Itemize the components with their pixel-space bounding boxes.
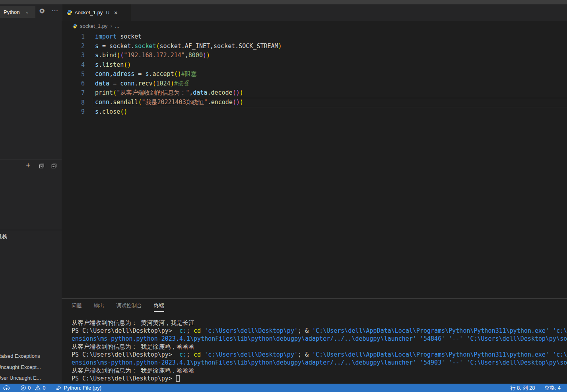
code-token: . — [99, 52, 102, 59]
code-token: ) — [206, 52, 210, 59]
code-line[interactable]: 4s.listen() — [62, 60, 567, 70]
code-line[interactable]: 2s = socket.socket(socket.AF_INET,socket… — [62, 41, 567, 51]
code-token: #接受 — [174, 80, 190, 87]
terminal-text: 'C:\Users\dell\AppData\Local\Programs\Py… — [312, 351, 549, 358]
code-token: "192.168.172.214" — [124, 52, 185, 59]
terminal-line: 从客户端收到的信息为： 我是徐鹿鸣，哈哈哈 — [72, 367, 567, 375]
terminal-output[interactable]: 从客户端收到的信息为： 黄河黄河，我是长江PS C:\Users\dell\De… — [62, 319, 567, 384]
code-token: = socket. — [99, 43, 134, 50]
watch-section-toolbar: + — [0, 161, 62, 171]
terminal-text — [201, 351, 204, 358]
indentation-indicator[interactable]: 空格: 4 — [545, 384, 561, 392]
breakpoint-item[interactable]: User Uncaught E... — [0, 373, 62, 384]
terminal-text: PS C:\Users\dell\Desktop\py> — [72, 351, 179, 358]
bottom-panel: 问题输出调试控制台终端 从客户端收到的信息为： 黄河黄河，我是长江PS C:\U… — [62, 298, 567, 384]
more-actions-icon[interactable]: ⋯ — [52, 7, 58, 14]
code-token: close — [102, 108, 120, 115]
code-token: , — [109, 70, 113, 78]
collapse-all-icon[interactable] — [51, 163, 57, 169]
code-token: , — [189, 89, 193, 96]
code-line[interactable]: 6data = conn.recv(1024)#接受 — [62, 79, 567, 88]
code-token: s — [95, 61, 99, 68]
code-line[interactable]: 5conn,adress = s.accept()#阻塞 — [62, 70, 567, 79]
code-line[interactable]: 7print("从客户端收到的信息为：",data.decode()) — [62, 88, 567, 98]
code-token: . — [99, 61, 102, 68]
section-divider — [0, 230, 62, 230]
code-token: conn — [120, 80, 134, 87]
breakpoint-item[interactable]: Raised Exceptions — [0, 351, 62, 362]
terminal-text: PS C:\Users\dell\Desktop\py> — [72, 375, 176, 382]
breadcrumb-file[interactable]: socket_1.py — [80, 23, 107, 29]
remote-publish-button[interactable] — [3, 384, 10, 392]
breakpoints-list: Raised ExceptionsUncaught Except...User … — [0, 351, 62, 384]
terminal-text: cd — [194, 351, 201, 358]
breadcrumb[interactable]: socket_1.py › ... — [62, 21, 567, 31]
gear-icon[interactable]: ⚙ — [39, 7, 45, 16]
code-token: = — [109, 80, 120, 87]
code-line[interactable]: 1import socket — [62, 32, 567, 41]
code-token: decode — [211, 89, 232, 96]
code-token: print — [95, 89, 113, 96]
code-token: . — [149, 70, 152, 78]
terminal-text: 从客户端收到的信息为： 黄河黄河，我是长江 — [72, 319, 194, 326]
chevron-right-icon: › — [110, 23, 112, 29]
status-bar: 0 0 Python: File (py) 行 8, 列 28 空格: 4 — [0, 384, 567, 392]
breadcrumb-symbol-ellipsis[interactable]: ... — [115, 23, 119, 29]
terminal-text: 'c:\U — [553, 327, 567, 334]
panel-tab-终端[interactable]: 终端 — [154, 301, 164, 313]
code-token: ( — [113, 89, 117, 96]
code-token: socket — [134, 43, 156, 50]
code-token: ( — [233, 89, 236, 96]
code-token: ( — [174, 70, 178, 78]
problems-indicator[interactable]: 0 0 — [20, 384, 45, 392]
terminal-line: ensions\ms-python.python-2023.4.1\python… — [72, 335, 567, 343]
close-tab-icon[interactable]: × — [114, 9, 118, 16]
terminal-text: 从客户端收到的信息为： 我是徐鹿鸣，哈哈哈 — [72, 343, 194, 350]
error-count: 0 — [28, 385, 31, 391]
code-token: socket.AF_INET,socket.SOCK_STREAM — [160, 43, 278, 50]
code-line[interactable]: 3s.bind(("192.168.172.214",8000)) — [62, 50, 567, 60]
panel-tab-问题[interactable]: 问题 — [72, 301, 82, 313]
debug-config-picker[interactable]: Python ⌄ — [0, 6, 35, 18]
code-token: ( — [120, 52, 124, 59]
code-token: ( — [117, 52, 120, 59]
terminal-text: 'C:\Users\dell\AppData\Local\Programs\Py… — [312, 327, 549, 334]
code-token: encode — [211, 99, 233, 106]
breakpoint-item[interactable]: Uncaught Except... — [0, 362, 62, 373]
debug-configuration-item[interactable]: Python: File (py) — [56, 384, 101, 392]
code-token: "从客户端收到的信息为：" — [117, 89, 189, 96]
terminal-text: 'c:\Users\dell\Desktop\py' — [204, 351, 298, 358]
terminal-cursor — [176, 375, 180, 382]
panel-tab-调试控制台[interactable]: 调试控制台 — [116, 301, 142, 313]
terminal-text: ensions\ms-python.python-2023.4.1\python… — [72, 335, 567, 342]
terminal-text — [201, 327, 204, 334]
terminal-text: ; — [186, 351, 194, 358]
code-token: ) — [171, 80, 174, 87]
terminal-text: 'c:\Users\dell\Desktop\py' — [204, 327, 298, 334]
code-token: bind — [102, 52, 117, 59]
terminal-text: c: — [179, 327, 186, 334]
code-token: ( — [120, 108, 124, 115]
code-token: ) — [124, 108, 127, 115]
code-token: ) — [236, 99, 240, 106]
code-token: ) — [240, 89, 243, 96]
code-token: ) — [278, 43, 282, 50]
code-token: ( — [233, 99, 236, 106]
code-token: sendall — [113, 99, 138, 106]
debug-sidebar: Python ⌄ ⚙ ⋯ + 堆栈 Raised ExceptionsUncau… — [0, 4, 62, 384]
code-line[interactable]: 8conn.sendall("我是20221403郑骁恒".encode()) — [62, 98, 567, 107]
panel-tab-bar: 问题输出调试控制台终端 — [62, 299, 567, 314]
code-token: ) — [236, 89, 240, 96]
code-editor[interactable]: 1import socket2s = socket.socket(socket.… — [62, 32, 567, 116]
line-number: 4 — [62, 61, 85, 68]
cursor-position-indicator[interactable]: 行 8, 列 28 — [510, 384, 535, 392]
code-token: conn — [95, 99, 109, 106]
add-watch-icon[interactable]: + — [26, 161, 31, 170]
panel-tab-输出[interactable]: 输出 — [94, 301, 104, 313]
code-line[interactable]: 9s.close() — [62, 107, 567, 117]
tab-title: socket_1.py — [75, 10, 103, 16]
tab-socket-1-py[interactable]: socket_1.py U × — [62, 4, 131, 21]
remove-all-watch-icon[interactable] — [39, 163, 45, 169]
debug-run-icon — [56, 385, 62, 391]
terminal-line: PS C:\Users\dell\Desktop\py> c:; cd 'c:\… — [72, 327, 567, 335]
